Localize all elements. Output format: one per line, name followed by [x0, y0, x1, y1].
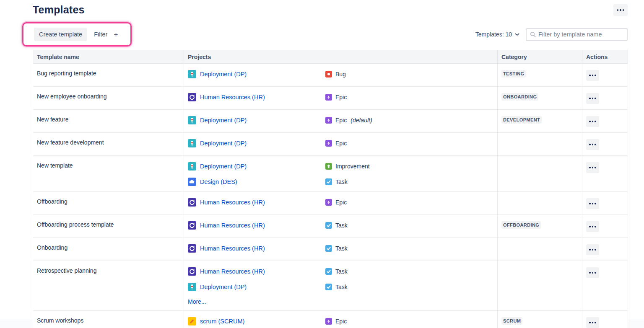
project-link[interactable]: Deployment (DP): [200, 163, 247, 170]
issue-type: Task: [325, 284, 348, 290]
projects-cell: Deployment (DP)Epic: [184, 133, 498, 156]
templates-table: Template name Projects Category Actions …: [33, 50, 628, 328]
table-row: New featureDeployment (DP)Epic(default)D…: [33, 110, 628, 133]
template-name: New employee onboarding: [37, 93, 107, 100]
template-name-cell: Onboarding: [33, 238, 184, 261]
issue-type-default-suffix: (default): [351, 117, 372, 124]
table-row: Retrospective planningHuman Resources (H…: [33, 261, 628, 311]
epic-icon: [325, 199, 332, 206]
row-actions-button[interactable]: [586, 198, 599, 209]
template-name: New feature: [37, 116, 68, 123]
category-badge: SCRUM: [501, 317, 522, 325]
project-link[interactable]: Design (DES): [200, 178, 237, 185]
project: Deployment (DP): [188, 116, 325, 124]
project-link[interactable]: scrum (SCRUM): [200, 318, 244, 325]
row-actions-button[interactable]: [586, 317, 599, 328]
project-link[interactable]: Deployment (DP): [200, 140, 247, 147]
template-name: Offboarding: [37, 198, 68, 205]
project-link[interactable]: Human Resources (HR): [200, 245, 265, 252]
category-badge: TESTING: [501, 70, 526, 77]
category-cell: [498, 133, 582, 156]
actions-cell: [582, 87, 628, 110]
row-actions-button[interactable]: [586, 93, 599, 104]
issue-type: Task: [325, 245, 348, 252]
filter-button[interactable]: Filter: [94, 31, 107, 38]
project-link[interactable]: Deployment (DP): [200, 117, 247, 124]
templates-count-dropdown[interactable]: Templates: 10: [475, 31, 519, 38]
actions-cell: [582, 261, 628, 311]
project-link[interactable]: Human Resources (HR): [200, 222, 265, 229]
template-name: New feature development: [37, 139, 104, 146]
category-cell: TESTING: [498, 64, 582, 87]
more-horizontal-icon: [589, 144, 596, 145]
category-badge: DEVELOPMENT: [501, 116, 542, 124]
row-actions-button[interactable]: [586, 221, 599, 232]
table-row: OnboardingHuman Resources (HR)Task: [33, 238, 628, 261]
project-line: Human Resources (HR)Task: [188, 267, 493, 276]
table-row: New feature developmentDeployment (DP)Ep…: [33, 133, 628, 156]
task-icon: [325, 245, 332, 252]
project: Human Resources (HR): [188, 93, 325, 101]
project: Design (DES): [188, 178, 325, 186]
deployment-project-icon: [188, 70, 196, 78]
more-horizontal-icon: [589, 121, 596, 122]
template-search-input[interactable]: [536, 31, 627, 38]
actions-cell: [582, 133, 628, 156]
actions-cell: [582, 215, 628, 238]
template-search-box: [526, 28, 628, 41]
projects-cell: Deployment (DP)Bug: [184, 64, 498, 87]
template-name-cell: New employee onboarding: [33, 87, 184, 110]
scrum-project-icon: [188, 317, 196, 325]
column-header-category: Category: [498, 50, 582, 64]
project: Human Resources (HR): [188, 221, 325, 230]
category-badge: ONBOARDING: [501, 93, 538, 101]
create-template-button[interactable]: Create template: [34, 28, 87, 41]
project-line: Deployment (DP)Bug: [188, 70, 493, 78]
toolbar: Create template Filter + Templates: 10: [33, 23, 628, 45]
category-cell: [498, 261, 582, 311]
more-horizontal-icon: [589, 203, 596, 204]
templates-page: Templates Create template Filter + Templ…: [0, 0, 644, 328]
more-projects-link[interactable]: More...: [188, 298, 206, 305]
project-link[interactable]: Human Resources (HR): [200, 268, 265, 275]
projects-cell: scrum (SCRUM)Epic: [184, 311, 498, 328]
row-actions-button[interactable]: [586, 139, 599, 150]
project-link[interactable]: Deployment (DP): [200, 71, 247, 77]
page-more-actions-button[interactable]: [613, 4, 628, 16]
row-actions-button[interactable]: [586, 70, 599, 81]
issue-type-label: Task: [335, 245, 348, 252]
projects-cell: Human Resources (HR)Epic: [184, 87, 498, 110]
add-filter-button[interactable]: +: [114, 31, 118, 38]
column-header-actions: Actions: [582, 50, 628, 64]
project-link[interactable]: Human Resources (HR): [200, 94, 265, 101]
row-actions-button[interactable]: [586, 267, 599, 278]
row-actions-button[interactable]: [586, 116, 599, 127]
actions-cell: [582, 156, 628, 192]
project: Deployment (DP): [188, 283, 325, 291]
issue-type: Improvement: [325, 163, 370, 170]
table-row: Offboarding process templateHuman Resour…: [33, 215, 628, 238]
issue-type: Bug: [325, 71, 346, 77]
project-line: Human Resources (HR)Epic: [188, 93, 493, 101]
issue-type-label: Epic: [335, 318, 347, 325]
epic-icon: [325, 94, 332, 101]
task-icon: [325, 268, 332, 275]
actions-cell: [582, 311, 628, 328]
task-icon: [325, 222, 332, 229]
project-link[interactable]: Human Resources (HR): [200, 199, 265, 206]
issue-type: Epic: [325, 140, 347, 147]
issue-type-label: Task: [335, 222, 348, 229]
template-name-cell: Retrospective planning: [33, 261, 184, 311]
template-name-cell: Offboarding process template: [33, 215, 184, 238]
projects-cell: Human Resources (HR)Epic: [184, 192, 498, 215]
row-actions-button[interactable]: [586, 244, 599, 255]
deployment-project-icon: [188, 162, 196, 170]
issue-type-label: Epic: [335, 140, 347, 147]
project-line: Deployment (DP)Epic: [188, 139, 493, 147]
project-line: Human Resources (HR)Epic: [188, 198, 493, 207]
issue-type: Epic(default): [325, 117, 372, 124]
issue-type-label: Task: [335, 284, 348, 290]
row-actions-button[interactable]: [586, 162, 599, 173]
project-link[interactable]: Deployment (DP): [200, 284, 247, 290]
project-line: Human Resources (HR)Task: [188, 244, 493, 253]
